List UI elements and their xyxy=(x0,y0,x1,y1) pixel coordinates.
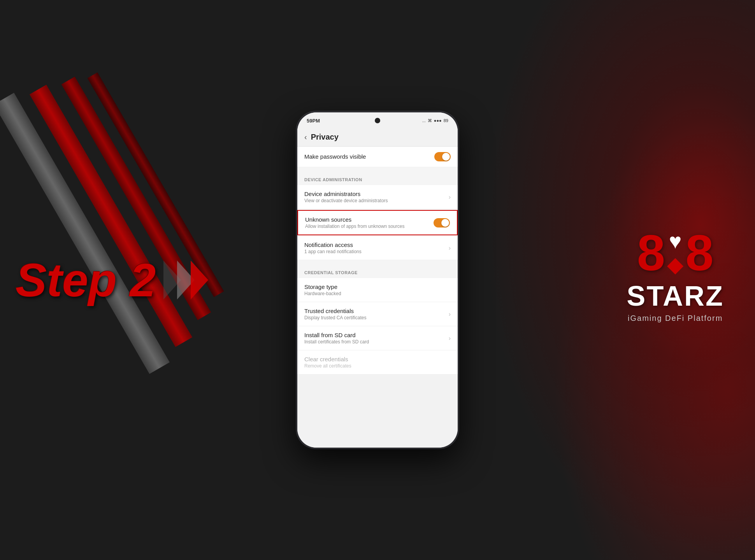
wifi-icon: ⌘ xyxy=(428,118,432,123)
make-passwords-item[interactable]: Make passwords visible xyxy=(297,147,458,167)
back-button[interactable]: ‹ xyxy=(304,133,307,142)
notification-access-subtitle: 1 app can read notifications xyxy=(304,249,446,254)
trusted-credentials-item[interactable]: Trusted credentials Display trusted CA c… xyxy=(297,302,458,326)
device-administrators-text: Device administrators View or deactivate… xyxy=(304,191,446,203)
device-administrators-subtitle: View or deactivate device administrators xyxy=(304,198,446,203)
make-passwords-title: Make passwords visible xyxy=(304,153,431,160)
device-administrators-item[interactable]: Device administrators View or deactivate… xyxy=(297,185,458,209)
storage-type-subtitle: Hardware-backed xyxy=(304,291,451,296)
clear-credentials-item: Clear credentials Remove all certificate… xyxy=(297,350,458,374)
signal-dots-icon: ... xyxy=(422,118,426,123)
battery-icon: 89 xyxy=(444,118,448,123)
divider-1 xyxy=(297,167,458,170)
phone-frame: 59PM ... ⌘ ●●● 89 ‹ Privacy xyxy=(296,111,459,449)
status-bar: 59PM ... ⌘ ●●● 89 xyxy=(297,112,458,129)
phone-container: 59PM ... ⌘ ●●● 89 ‹ Privacy xyxy=(296,111,459,449)
storage-type-title: Storage type xyxy=(304,284,451,290)
logo-suits: ♥ ◆ xyxy=(667,231,683,275)
unknown-sources-toggle[interactable] xyxy=(434,218,450,228)
install-sdcard-title: Install from SD card xyxy=(304,332,446,338)
status-icons: ... ⌘ ●●● 89 xyxy=(422,118,448,123)
install-sdcard-subtitle: Install certificates from SD card xyxy=(304,339,446,345)
phone-screen: 59PM ... ⌘ ●●● 89 ‹ Privacy xyxy=(297,112,458,448)
make-passwords-text: Make passwords visible xyxy=(304,153,431,161)
install-sdcard-item[interactable]: Install from SD card Install certificate… xyxy=(297,326,458,350)
logo-888-group: 8 ♥ ◆ 8 xyxy=(627,228,724,278)
settings-list: Make passwords visible DEVICE ADMINISTRA… xyxy=(297,147,458,374)
notification-access-chevron-icon: › xyxy=(449,245,451,252)
unknown-sources-item[interactable]: Unknown sources Allow installation of ap… xyxy=(297,210,458,235)
camera-cutout xyxy=(375,118,380,123)
trusted-credentials-text: Trusted credentials Display trusted CA c… xyxy=(304,308,446,320)
status-time: 59PM xyxy=(307,118,320,124)
trusted-credentials-subtitle: Display trusted CA certificates xyxy=(304,315,446,320)
device-administrators-title: Device administrators xyxy=(304,191,446,197)
logo-number-right: 8 xyxy=(685,228,713,278)
logo-subtitle-text: iGaming DeFi Platform xyxy=(627,314,724,323)
diamond-suit-icon: ◆ xyxy=(667,254,683,275)
notification-access-text: Notification access 1 app can read notif… xyxy=(304,242,446,254)
trusted-credentials-title: Trusted credentials xyxy=(304,308,446,314)
storage-type-item[interactable]: Storage type Hardware-backed xyxy=(297,278,458,302)
privacy-header: ‹ Privacy xyxy=(297,129,458,147)
clear-credentials-title: Clear credentials xyxy=(304,356,451,362)
unknown-sources-text: Unknown sources Allow installation of ap… xyxy=(305,216,430,229)
step-label: Step 2 xyxy=(16,254,156,306)
notification-access-item[interactable]: Notification access 1 app can read notif… xyxy=(297,236,458,260)
make-passwords-toggle[interactable] xyxy=(434,152,451,161)
brand-logo: 8 ♥ ◆ 8 STARZ iGaming DeFi Platform xyxy=(627,228,724,323)
credential-storage-section-header: CREDENTIAL STORAGE xyxy=(297,263,458,278)
arrow-group xyxy=(167,261,208,299)
signal-bars-icon: ●●● xyxy=(434,118,442,123)
clear-credentials-text: Clear credentials Remove all certificate… xyxy=(304,356,451,369)
screen-content: ‹ Privacy Make passwords visible DEVI xyxy=(297,129,458,448)
notification-access-title: Notification access xyxy=(304,242,446,248)
chevron-3 xyxy=(191,261,208,299)
device-admin-section-label: DEVICE ADMINISTRATION xyxy=(304,177,362,182)
install-sdcard-text: Install from SD card Install certificate… xyxy=(304,332,446,345)
storage-type-text: Storage type Hardware-backed xyxy=(304,284,451,296)
unknown-sources-subtitle: Allow installation of apps from unknown … xyxy=(305,224,430,229)
install-sdcard-chevron-icon: › xyxy=(449,335,451,342)
heart-suit-icon: ♥ xyxy=(667,231,683,252)
trusted-credentials-chevron-icon: › xyxy=(449,311,451,318)
device-administrators-chevron-icon: › xyxy=(449,194,451,201)
unknown-sources-title: Unknown sources xyxy=(305,216,430,223)
clear-credentials-subtitle: Remove all certificates xyxy=(304,363,451,369)
logo-starz-text: STARZ xyxy=(627,280,724,312)
device-admin-section-header: DEVICE ADMINISTRATION xyxy=(297,170,458,185)
logo-number-left: 8 xyxy=(637,228,665,278)
credential-storage-section-label: CREDENTIAL STORAGE xyxy=(304,270,358,275)
divider-2 xyxy=(297,260,458,263)
page-title: Privacy xyxy=(311,133,339,142)
